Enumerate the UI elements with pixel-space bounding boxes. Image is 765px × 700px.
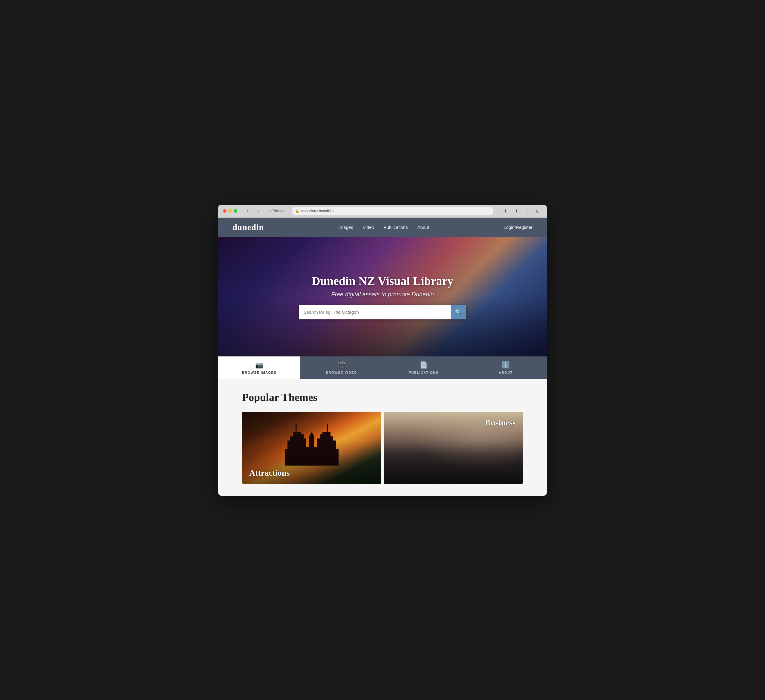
lock-icon: 🔒 — [295, 209, 299, 213]
video-icon: 🎬 — [337, 361, 345, 369]
close-button[interactable] — [223, 209, 227, 213]
forward-arrow-icon: › — [257, 208, 259, 214]
popular-themes-title: Popular Themes — [242, 391, 523, 404]
tab-browse-video-label: BROWSE VIDEO — [326, 371, 357, 374]
fullscreen-button[interactable] — [234, 209, 237, 213]
new-tab-button[interactable]: ＋ — [523, 207, 531, 215]
private-label: Private — [272, 209, 283, 213]
share-button[interactable]: ⬆ — [512, 207, 521, 215]
hero-subtitle: Free digital assets to promote Dunedin — [299, 291, 466, 298]
hero-content: Dunedin NZ Visual Library Free digital a… — [293, 274, 472, 319]
tab-browse-video[interactable]: 🎬 BROWSE VIDEO — [300, 356, 382, 379]
url-text: dunedinnz.brandkit.io — [301, 209, 335, 213]
nav-about[interactable]: About — [417, 225, 429, 230]
website: dunedin Images Video Publications About … — [218, 218, 547, 496]
minimize-button[interactable] — [228, 209, 232, 213]
info-icon: ℹ️ — [502, 361, 510, 369]
browser-titlebar: ‹ › ⊙ Private 🔒 dunedinnz.brandkit.io ⬇ … — [218, 204, 547, 218]
site-header: dunedin Images Video Publications About … — [218, 218, 547, 237]
browser-window: ‹ › ⊙ Private 🔒 dunedinnz.brandkit.io ⬇ … — [218, 204, 547, 496]
back-arrow-icon: ‹ — [247, 208, 248, 214]
theme-grid: Attractions Business — [242, 412, 523, 484]
private-badge: ⊙ Private — [266, 209, 286, 213]
tab-browse-images-label: BROWSE IMAGES — [242, 371, 276, 374]
hero-section: Dunedin NZ Visual Library Free digital a… — [218, 237, 547, 356]
tab-navigation: 📷 BROWSE IMAGES 🎬 BROWSE VIDEO 📄 PUBLICA… — [218, 356, 547, 379]
private-icon: ⊙ — [268, 209, 271, 213]
download-button[interactable]: ⬇ — [501, 207, 510, 215]
search-bar: 🔍 — [299, 305, 466, 319]
business-label: Business — [485, 418, 516, 428]
search-button[interactable]: 🔍 — [451, 305, 466, 319]
tab-about[interactable]: ℹ️ ABOUT — [465, 356, 547, 379]
address-bar[interactable]: 🔒 dunedinnz.brandkit.io — [292, 207, 493, 215]
back-button[interactable]: ‹ — [243, 207, 252, 215]
tab-about-label: ABOUT — [499, 371, 513, 374]
site-nav: Images Video Publications About — [338, 225, 429, 230]
search-icon: 🔍 — [455, 309, 462, 316]
document-icon: 📄 — [420, 361, 428, 369]
browser-dots — [223, 209, 237, 213]
tab-publications[interactable]: 📄 PUBLICATIONS — [382, 356, 465, 379]
nav-images[interactable]: Images — [338, 225, 353, 230]
toolbar-actions: ⬇ ⬆ ＋ ⊞ — [501, 207, 542, 215]
nav-video[interactable]: Video — [363, 225, 374, 230]
search-input[interactable] — [299, 305, 451, 319]
attractions-label: Attractions — [249, 468, 290, 478]
site-logo[interactable]: dunedin — [233, 223, 264, 232]
tab-publications-label: PUBLICATIONS — [409, 371, 439, 374]
login-button[interactable]: Login/Register — [504, 225, 532, 230]
browser-nav: ‹ › — [243, 207, 262, 215]
grid-button[interactable]: ⊞ — [534, 207, 542, 215]
theme-card-business[interactable]: Business — [384, 412, 523, 484]
camera-icon: 📷 — [255, 361, 263, 369]
theme-card-attractions[interactable]: Attractions — [242, 412, 381, 484]
main-content: Popular Themes Attractions Business — [218, 379, 547, 496]
forward-button[interactable]: › — [254, 207, 262, 215]
nav-publications[interactable]: Publications — [384, 225, 408, 230]
tab-browse-images[interactable]: 📷 BROWSE IMAGES — [218, 356, 300, 379]
hero-title: Dunedin NZ Visual Library — [299, 274, 466, 288]
